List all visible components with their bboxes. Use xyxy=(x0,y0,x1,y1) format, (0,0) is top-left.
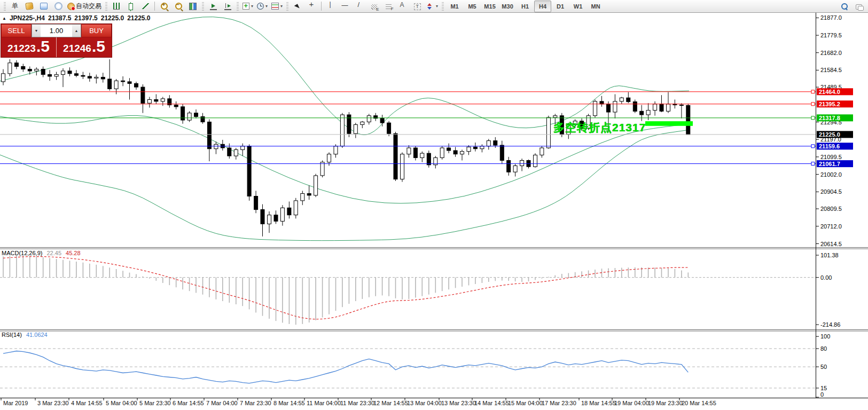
svg-text:5 Mar 04:00: 5 Mar 04:00 xyxy=(106,400,137,406)
candle-chart-button[interactable] xyxy=(124,1,138,12)
svg-text:21061.7: 21061.7 xyxy=(819,161,840,167)
svg-text:21584.5: 21584.5 xyxy=(820,67,842,73)
sell-price-frac: .5 xyxy=(36,38,50,54)
main-toolbar: 单自动交易▾▾▾▾M1M5M15M30H1H4D1W1MN xyxy=(0,0,868,13)
buy-price-main: 21246 xyxy=(63,43,91,54)
ohlc-close: 21225.0 xyxy=(127,14,150,22)
svg-text:15: 15 xyxy=(820,385,827,391)
text-button[interactable] xyxy=(396,1,410,12)
dropdown-arrow-icon[interactable]: ▾ xyxy=(265,4,268,9)
dropdown-arrow-icon[interactable]: ▾ xyxy=(436,4,438,9)
chart-collapse-icon[interactable]: ▲ xyxy=(2,16,6,21)
svg-text:0.00: 0.00 xyxy=(820,274,832,281)
turning-point-annotation: 多空转折点21317 xyxy=(553,120,646,135)
svg-text:50: 50 xyxy=(820,364,827,370)
templates-button[interactable]: ▾ xyxy=(270,1,284,12)
volume-input[interactable] xyxy=(41,25,72,37)
buy-button[interactable]: BUY xyxy=(81,24,112,37)
svg-text:21464.0: 21464.0 xyxy=(819,89,840,95)
autotrading-button-label: 自动交易 xyxy=(76,2,101,11)
sell-button[interactable]: SELL xyxy=(1,24,32,37)
timeframe-button-m1[interactable]: M1 xyxy=(446,1,463,12)
svg-text:8 Mar 14:55: 8 Mar 14:55 xyxy=(273,400,305,406)
indicators-button[interactable]: ▾ xyxy=(241,1,255,12)
autoscroll-icon xyxy=(210,3,217,10)
vline-button[interactable] xyxy=(324,1,338,12)
label-button[interactable] xyxy=(410,1,424,12)
volume-up-button[interactable]: ▲ xyxy=(72,25,81,37)
rsi-line xyxy=(3,351,688,383)
search-button[interactable] xyxy=(838,1,851,12)
macd-main-value: 22.45 xyxy=(46,250,61,256)
svg-text:21317.8: 21317.8 xyxy=(819,115,840,121)
toolbar-grip xyxy=(105,2,107,11)
periods-button[interactable]: ▾ xyxy=(255,1,269,12)
svg-text:19 Mar 04:00: 19 Mar 04:00 xyxy=(614,400,649,406)
svg-text:12 Mar 14:55: 12 Mar 14:55 xyxy=(373,400,408,406)
crosshair-button[interactable] xyxy=(305,1,319,12)
gold-doc-icon xyxy=(25,2,34,10)
cursor-button[interactable] xyxy=(291,1,304,12)
channel-button[interactable] xyxy=(367,1,381,12)
svg-text:100: 100 xyxy=(820,333,830,340)
search-icon xyxy=(841,3,848,10)
timeframe-button-h4[interactable]: H4 xyxy=(534,1,551,12)
chat-button[interactable] xyxy=(852,1,866,12)
hline-button[interactable] xyxy=(338,1,352,12)
svg-text:6 Mar 14:55: 6 Mar 14:55 xyxy=(173,400,204,406)
alerts-button[interactable] xyxy=(51,1,65,12)
new-order-button[interactable]: 单 xyxy=(8,1,22,12)
timeframe-button-m15[interactable]: M15 xyxy=(481,1,498,12)
svg-text:4 Mar 14:55: 4 Mar 14:55 xyxy=(71,400,103,406)
svg-text:14 Mar 14:55: 14 Mar 14:55 xyxy=(474,400,509,406)
rsi-value: 41.0624 xyxy=(26,332,48,338)
svg-text:21682.0: 21682.0 xyxy=(820,50,842,56)
buy-price[interactable]: 21246 .5 xyxy=(57,37,112,57)
date-axis[interactable]: Mar 20193 Mar 23:304 Mar 14:555 Mar 04:0… xyxy=(1,398,716,406)
timeframe-button-h1[interactable]: H1 xyxy=(517,1,534,12)
timeframe-button-d1[interactable]: D1 xyxy=(552,1,569,12)
macd-pane: 101.380.00-214.86 xyxy=(0,252,840,328)
svg-text:-214.86: -214.86 xyxy=(820,321,840,328)
bar-chart-button[interactable] xyxy=(110,1,123,12)
dropdown-arrow-icon[interactable]: ▾ xyxy=(280,4,283,9)
chart-shift-button[interactable] xyxy=(221,1,234,12)
svg-text:13 Mar 23:30: 13 Mar 23:30 xyxy=(441,400,476,406)
tile-windows-button[interactable] xyxy=(186,1,200,12)
timeframe-button-m30[interactable]: M30 xyxy=(499,1,516,12)
svg-text:21225.0: 21225.0 xyxy=(819,131,840,138)
volume-down-button[interactable]: ▼ xyxy=(32,25,41,37)
timeframe-button-w1[interactable]: W1 xyxy=(569,1,587,12)
bollinger-lower-line xyxy=(0,130,689,240)
svg-text:13 Mar 04:00: 13 Mar 04:00 xyxy=(407,400,442,406)
signal-icon xyxy=(54,2,62,10)
svg-text:0: 0 xyxy=(820,391,824,398)
hline-icon xyxy=(341,2,349,10)
sell-price[interactable]: 21223 .5 xyxy=(1,37,57,57)
arrows-button[interactable]: ▾ xyxy=(425,1,440,12)
labelT-icon xyxy=(414,3,421,10)
cursor-icon xyxy=(294,3,301,8)
svg-text:7 Mar 04:00: 7 Mar 04:00 xyxy=(206,400,238,406)
auto-scroll-button[interactable] xyxy=(206,1,220,12)
fibo-button[interactable] xyxy=(381,1,395,12)
template-icon xyxy=(271,3,279,10)
new-order-button-label: 单 xyxy=(12,2,18,11)
autotrading-button[interactable]: 自动交易 xyxy=(66,1,103,12)
trendline-button[interactable] xyxy=(353,1,366,12)
textA-icon xyxy=(399,2,407,10)
chart-canvas[interactable]: 21877.021779.521682.021584.521489.521294… xyxy=(0,0,868,410)
macd-name: MACD(12,26,9) xyxy=(2,250,42,256)
timeframe-button-m5[interactable]: M5 xyxy=(464,1,481,12)
svg-text:21159.6: 21159.6 xyxy=(819,143,840,149)
profiles-button[interactable] xyxy=(37,1,51,12)
zoom-in-button[interactable] xyxy=(157,1,171,12)
svg-text:Mar 2019: Mar 2019 xyxy=(3,400,28,406)
zoom-out-button[interactable] xyxy=(171,1,185,12)
new-chart-button[interactable] xyxy=(22,1,36,12)
line-chart-button[interactable] xyxy=(138,1,152,12)
ohlc-low: 21225.0 xyxy=(101,14,124,22)
dropdown-arrow-icon[interactable]: ▾ xyxy=(251,4,253,9)
chart-title: ▲ JPN225-,H4 21387.5 21397.5 21225.0 212… xyxy=(2,14,151,22)
timeframe-button-mn[interactable]: MN xyxy=(587,1,604,12)
